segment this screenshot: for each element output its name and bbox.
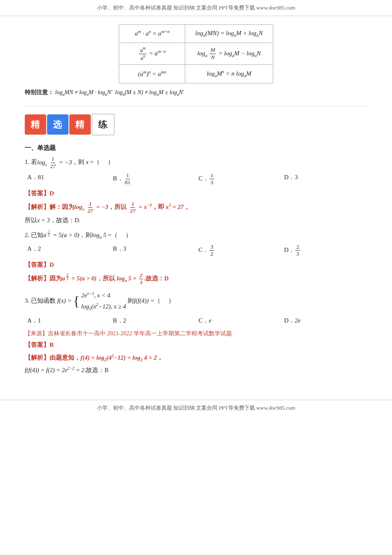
option-2c: C．32 [196,244,282,257]
section-title: 一、单选题 [25,143,367,154]
question-1-text: 1. 若logx 127 = −3，则 x =（ ） [25,156,367,169]
answer-1: 【答案】D [25,188,367,199]
footer-bar: 小学、初中、高中各种试卷真题 知识归纳 文案合同 PPT等免费下载 www.do… [0,400,392,416]
analysis-2-tag: 【解析】因为a23 = 5(a > 0)，所以 loga 5 = 23.故选：D [25,272,367,286]
divider-1 [25,106,367,106]
formula-cell-1: am · an = am+n [119,25,185,43]
option-3a: A．1 [25,315,111,326]
banner-lian: 练 [92,114,115,135]
formula-cell-4: loga MN = logaM − logaN [185,43,273,64]
analysis-3-tag: 【解析】由题意知，f(4) = log2(42−12) = log2 4 = 2… [25,352,367,364]
formula-cell-5: (am)n = amn [119,65,185,83]
analysis-1-text: 所以x = 3，故选：D. [25,215,367,225]
main-content: am · an = am+n loga(MN) = logaM + logaN … [0,16,392,387]
answer-3: 【答案】B [25,340,367,351]
option-2a: A．2 [25,244,111,257]
banner-xuan: 选 [47,114,68,135]
option-1c: C．13 [196,172,282,186]
footer-text: 小学、初中、高中各种试卷真题 知识归纳 文案合同 PPT等免费下载 www.do… [97,405,295,411]
piecewise: 2ex−2, x < 4 log2(x2−12), x ≥ 4 [81,290,126,313]
special-note-label: 特别注意： [25,89,54,95]
analysis-1-tag: 【解析】解：因为logx 127 = −3，所以 127 = x−3，即 x3 … [25,201,367,214]
source-3: 【来源】吉林省长春市十一高中 2021-2022 学年高一上学期第二学程考试数学… [25,329,367,339]
option-1b: B．181 [111,172,196,186]
option-2b: B．3 [111,244,196,257]
question-2-text: 2. 已知a23 = 5(a > 0)，则loga 5 =（ ） [25,230,367,241]
special-note: 特别注意： logaMN ≠ logaM · logaN' loga(M ± N… [25,88,367,98]
question-2: 2. 已知a23 = 5(a > 0)，则loga 5 =（ ） A．2 B．3… [25,230,367,286]
question-3-text: 3. 已知函数 f(x) = { 2ex−2, x < 4 log2(x2−12… [25,290,367,313]
header-text: 小学、初中、高中各种试卷真题 知识归纳 文案合同 PPT等免费下载 www.do… [97,5,295,11]
option-2d: D．23 [282,244,368,257]
formula-cell-2: loga(MN) = logaM + logaN [185,25,273,43]
question-3: 3. 已知函数 f(x) = { 2ex−2, x < 4 log2(x2−12… [25,290,367,375]
answer-2: 【答案】D [25,260,367,270]
header-bar: 小学、初中、高中各种试卷真题 知识归纳 文案合同 PPT等免费下载 www.do… [0,0,392,16]
option-1d: D．3 [282,172,368,186]
option-3b: B．2 [111,315,196,326]
formula-table: am · an = am+n loga(MN) = logaM + logaN … [119,24,273,83]
banner-jin2: 精 [69,114,91,135]
option-1a: A．81 [25,172,111,186]
formula-cell-3: aman = am−n [119,43,185,64]
question-2-options: A．2 B．3 C．32 D．23 [25,244,367,257]
option-3c: C．e [196,315,282,326]
analysis-3-text: f(f(4)) = f(2) = 2e2−2 = 2.故选：B [25,365,367,375]
banner: 精 选 精 练 [25,114,367,135]
banner-jin1: 精 [25,114,46,135]
formula-cell-6: logaMn = n logaM [185,65,273,83]
question-1-options: A．81 B．181 C．13 D．3 [25,172,367,186]
question-1: 1. 若logx 127 = −3，则 x =（ ） A．81 B．181 C．… [25,156,367,225]
option-3d: D．2e [282,315,368,326]
question-3-options: A．1 B．2 C．e D．2e [25,315,367,326]
